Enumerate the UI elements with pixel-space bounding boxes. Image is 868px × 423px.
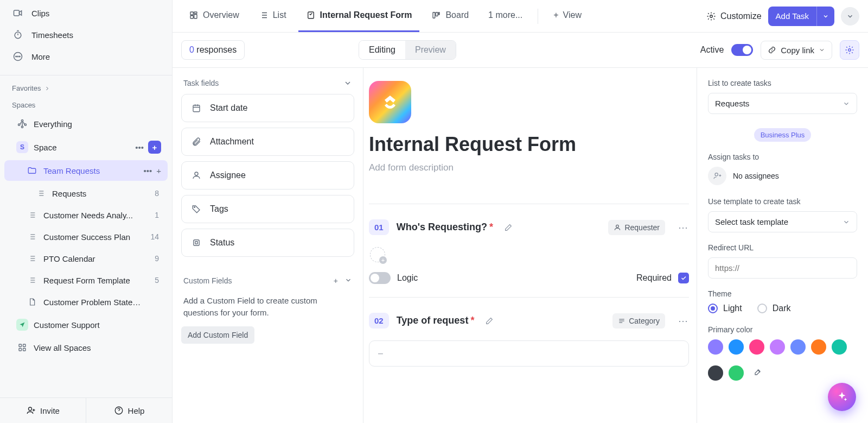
sidebar-list-item[interactable]: PTO Calendar9 xyxy=(4,248,168,269)
sidebar-list-item[interactable]: Customer Needs Analy...1 xyxy=(4,205,168,225)
sidebar-customer-support[interactable]: Customer Support xyxy=(4,314,168,335)
add-space-button[interactable]: + xyxy=(148,141,161,154)
pencil-icon[interactable] xyxy=(504,223,513,232)
sidebar-view-all-spaces[interactable]: View all Spaces xyxy=(4,337,168,358)
form-description[interactable]: Add form description xyxy=(369,162,689,173)
field-chip-calendar[interactable]: Start date xyxy=(181,94,354,122)
add-view-button[interactable]: + View xyxy=(546,0,589,32)
customize-button[interactable]: Customize xyxy=(706,11,762,21)
dropdown-placeholder[interactable]: – xyxy=(369,340,689,367)
add-task-button[interactable]: Add Task xyxy=(768,7,834,26)
more-icon[interactable]: ⋯ xyxy=(678,222,689,233)
logic-toggle[interactable] xyxy=(369,272,391,284)
tab-form[interactable]: Internal Request Form xyxy=(298,0,420,32)
theme-dark-label: Dark xyxy=(773,304,791,313)
field-chip-status[interactable]: Status xyxy=(181,229,354,257)
plus-icon: + xyxy=(553,10,558,20)
list-to-create-label: List to create tasks xyxy=(708,79,857,87)
help-button[interactable]: Help xyxy=(86,398,172,423)
dots-icon[interactable]: ••• xyxy=(135,143,144,152)
ai-fab-button[interactable] xyxy=(828,383,856,411)
task-fields-header[interactable]: Task fields xyxy=(181,77,354,94)
invite-button[interactable]: Invite xyxy=(0,398,86,423)
plus-icon[interactable]: + xyxy=(156,166,161,175)
question-title: Who's Requesting?* xyxy=(397,222,493,233)
active-toggle[interactable] xyxy=(731,44,753,56)
form-icon xyxy=(306,10,316,20)
color-swatch[interactable] xyxy=(708,365,723,381)
sidebar-list-item[interactable]: Customer Success Plan14 xyxy=(4,226,168,247)
add-assignee-placeholder[interactable] xyxy=(370,247,385,262)
responses-button[interactable]: 0 responses xyxy=(181,40,245,60)
doc-icon xyxy=(26,296,38,308)
sidebar-list-item[interactable]: Requests8 xyxy=(4,183,168,204)
chevron-down-icon xyxy=(819,47,825,53)
color-swatch[interactable] xyxy=(832,339,847,355)
sidebar-list-item[interactable]: Customer Problem Statem... xyxy=(4,292,168,312)
video-icon xyxy=(12,7,24,19)
pencil-icon[interactable] xyxy=(485,317,494,325)
theme-dark-radio[interactable]: Dark xyxy=(757,304,791,313)
plus-icon[interactable]: + xyxy=(334,276,338,285)
color-swatch[interactable] xyxy=(729,365,744,381)
more-icon[interactable]: ⋯ xyxy=(678,315,689,327)
chevron-down-icon[interactable] xyxy=(816,7,834,26)
svg-rect-13 xyxy=(23,349,26,351)
template-select[interactable]: Select task template xyxy=(708,211,857,232)
color-swatch[interactable] xyxy=(811,339,826,355)
copy-link-button[interactable]: Copy link xyxy=(761,41,832,60)
tab-overview[interactable]: Overview xyxy=(181,0,247,32)
field-type-badge[interactable]: Category xyxy=(612,313,665,329)
form-title[interactable]: Internal Request Form xyxy=(369,133,689,156)
nav-clips[interactable]: Clips xyxy=(0,2,172,24)
form-settings-button[interactable] xyxy=(840,40,859,60)
tab-board[interactable]: Board xyxy=(424,0,476,32)
list-label: Request Form Template xyxy=(43,276,130,285)
required-checkbox[interactable] xyxy=(678,273,689,283)
color-swatch[interactable] xyxy=(749,339,764,355)
question-card-2[interactable]: 02 Type of request* Category ⋯ – xyxy=(369,297,689,380)
sidebar-everything[interactable]: Everything xyxy=(4,113,168,134)
favorites-header[interactable]: Favorites xyxy=(0,79,172,96)
color-swatch[interactable] xyxy=(790,339,806,355)
list-select[interactable]: Requests xyxy=(708,93,857,114)
assignee-select[interactable]: No assignees xyxy=(708,167,857,185)
svg-rect-22 xyxy=(436,12,438,16)
svg-point-31 xyxy=(616,225,619,228)
eyedropper-icon[interactable] xyxy=(749,365,764,381)
collapse-button[interactable] xyxy=(841,7,859,26)
question-number: 01 xyxy=(369,219,389,235)
custom-fields-header[interactable]: Custom Fields + xyxy=(181,274,354,292)
form-logo[interactable] xyxy=(369,81,411,123)
preview-tab[interactable]: Preview xyxy=(405,41,456,59)
svg-point-5 xyxy=(20,56,21,57)
dashboard-icon xyxy=(189,10,199,20)
chevron-down-icon[interactable] xyxy=(344,276,352,285)
theme-light-radio[interactable]: Light xyxy=(708,304,742,313)
sidebar-space[interactable]: S Space ••• + xyxy=(4,136,168,158)
svg-point-3 xyxy=(16,56,17,57)
color-swatch[interactable] xyxy=(770,339,785,355)
redirect-input[interactable] xyxy=(708,257,857,279)
field-chip-person[interactable]: Assignee xyxy=(181,161,354,190)
chevron-right-icon xyxy=(44,85,50,92)
sidebar-team-requests[interactable]: Team Requests ••• + xyxy=(4,160,168,181)
color-swatch[interactable] xyxy=(729,339,744,355)
field-chip-tag[interactable]: Tags xyxy=(181,195,354,223)
svg-rect-12 xyxy=(19,349,22,351)
dots-icon[interactable]: ••• xyxy=(143,166,152,175)
field-chip-clip[interactable]: Attachment xyxy=(181,128,354,156)
color-swatch[interactable] xyxy=(708,339,723,355)
field-type-badge[interactable]: Requester xyxy=(608,220,665,235)
add-custom-field-button[interactable]: Add Custom Field xyxy=(181,326,254,344)
editing-tab[interactable]: Editing xyxy=(359,41,405,59)
nav-timesheets[interactable]: Timesheets xyxy=(0,24,172,46)
svg-point-6 xyxy=(21,120,23,122)
space-avatar: S xyxy=(16,141,28,153)
tab-more[interactable]: 1 more... xyxy=(481,0,530,32)
form-subbar: 0 responses Editing Preview Active Copy … xyxy=(173,33,868,68)
question-card-1[interactable]: 01 Who's Requesting?* Requester ⋯ Logic xyxy=(369,204,689,297)
sidebar-list-item[interactable]: Request Form Template5 xyxy=(4,270,168,291)
nav-more[interactable]: More xyxy=(0,46,172,67)
tab-list[interactable]: List xyxy=(251,0,294,32)
